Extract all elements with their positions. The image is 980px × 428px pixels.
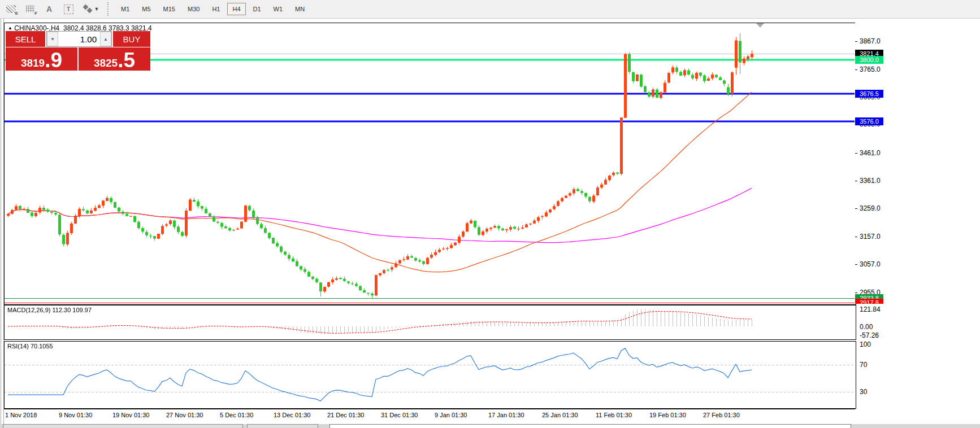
timeframe-button-m15[interactable]: M15 bbox=[158, 3, 180, 15]
sub-f: F bbox=[34, 11, 37, 16]
date-label: 25 Jan 01:30 bbox=[542, 412, 578, 418]
rsi-axis-label: 30 bbox=[860, 388, 867, 396]
date-label: 1 Nov 2018 bbox=[5, 412, 37, 418]
one-click-trade-widget: SELL ▼ ▲ BUY 3819 .9 3825 .5 bbox=[6, 31, 150, 71]
macd-canvas[interactable] bbox=[5, 305, 855, 338]
grid-glyph bbox=[26, 6, 34, 12]
sell-price[interactable]: 3819 .9 bbox=[6, 47, 79, 71]
chart-tab[interactable] bbox=[247, 424, 318, 428]
date-label: 9 Nov 01:30 bbox=[59, 412, 92, 418]
time-axis[interactable]: 1 Nov 20189 Nov 01:3019 Nov 01:3027 Nov … bbox=[4, 409, 855, 424]
timeframe-button-m1[interactable]: M1 bbox=[116, 3, 135, 15]
indicator-axes: 121.840.00-57.261007030 bbox=[855, 0, 980, 428]
scrollbar-thumb[interactable] bbox=[329, 424, 851, 428]
volume-spinner: ▼ ▲ bbox=[46, 31, 112, 47]
toolbar-separator bbox=[107, 2, 111, 16]
text-box-icon[interactable]: T bbox=[60, 2, 77, 16]
macd-label: MACD(12,26,9) 112.30 109.97 bbox=[7, 307, 92, 313]
macd-axis-label: 121.84 bbox=[860, 305, 881, 313]
sell-price-main: 3819 bbox=[21, 57, 45, 69]
date-label: 11 Feb 01:30 bbox=[596, 412, 632, 418]
date-label: 13 Dec 01:30 bbox=[274, 412, 310, 418]
timeframe-button-m30[interactable]: M30 bbox=[183, 3, 205, 15]
trading-app: E F A T ▼ M1M5M15M30H1H4D1W1MN ▲ CHINA30… bbox=[0, 0, 980, 428]
rsi-label: RSI(14) 70.1055 bbox=[7, 343, 53, 350]
collapse-triangle-icon[interactable]: ▲ bbox=[8, 25, 12, 30]
buy-price-pips: .5 bbox=[118, 51, 135, 69]
timeframe-button-h4[interactable]: H4 bbox=[227, 3, 245, 15]
timeframe-button-h1[interactable]: H1 bbox=[207, 3, 225, 15]
buy-price[interactable]: 3825 .5 bbox=[79, 47, 150, 71]
price-badge: 3800.0 bbox=[855, 56, 883, 64]
price-badge: 3576.0 bbox=[855, 117, 883, 125]
volume-increase-button[interactable]: ▲ bbox=[100, 32, 111, 46]
date-label: 5 Dec 01:30 bbox=[220, 412, 253, 418]
date-label: 21 Dec 01:30 bbox=[327, 412, 364, 418]
volume-decrease-button[interactable]: ▼ bbox=[47, 32, 58, 46]
macd-axis-label: -57.26 bbox=[860, 331, 879, 339]
price-badge: 3676.5 bbox=[855, 90, 883, 98]
date-label: 19 Nov 01:30 bbox=[112, 412, 149, 418]
rsi-axis-label: 100 bbox=[860, 340, 871, 348]
rsi-canvas[interactable] bbox=[5, 342, 855, 407]
timeframe-button-w1[interactable]: W1 bbox=[268, 3, 288, 15]
date-label: 27 Feb 01:30 bbox=[703, 412, 740, 418]
timeframe-button-mn[interactable]: MN bbox=[290, 3, 310, 15]
sell-button[interactable]: SELL bbox=[6, 31, 46, 47]
chart-tab[interactable] bbox=[3, 424, 243, 428]
rsi-pane: RSI(14) 70.1055 bbox=[4, 341, 856, 409]
sell-price-pips: .9 bbox=[45, 51, 62, 69]
timeframe-group: M1M5M15M30H1H4D1W1MN bbox=[115, 3, 311, 15]
date-label: 19 Feb 01:30 bbox=[649, 412, 686, 418]
price-badge: 2917.8 bbox=[855, 299, 883, 304]
fibonacci-grid-icon[interactable]: F bbox=[21, 2, 38, 16]
sub-e: E bbox=[15, 11, 18, 16]
buy-button[interactable]: BUY bbox=[112, 31, 150, 47]
arrows-icon[interactable]: ▼ bbox=[79, 2, 102, 16]
date-label: 9 Jan 01:30 bbox=[435, 412, 467, 418]
line-studies-icon[interactable]: E bbox=[2, 2, 19, 16]
timeframe-button-d1[interactable]: D1 bbox=[248, 3, 266, 15]
date-label: 31 Dec 01:30 bbox=[381, 412, 418, 418]
volume-input[interactable] bbox=[58, 32, 100, 46]
macd-pane: MACD(12,26,9) 112.30 109.97 bbox=[4, 305, 856, 340]
chevron-down-icon: ▼ bbox=[94, 6, 99, 12]
date-label: 17 Jan 01:30 bbox=[488, 412, 524, 418]
rsi-axis-label: 70 bbox=[860, 361, 867, 369]
toolbar: E F A T ▼ M1M5M15M30H1H4D1W1MN bbox=[0, 0, 980, 19]
boxed-t-glyph: T bbox=[64, 5, 73, 14]
buy-price-main: 3825 bbox=[94, 57, 118, 69]
letter-a-glyph: A bbox=[46, 5, 52, 14]
timeframe-button-m5[interactable]: M5 bbox=[137, 3, 155, 15]
text-label-icon[interactable]: A bbox=[41, 2, 58, 16]
hatch-glyph bbox=[6, 5, 16, 13]
date-label: 27 Nov 01:30 bbox=[166, 412, 203, 418]
bottom-bar bbox=[0, 424, 980, 428]
main-chart-pane: ▲ CHINA300-,H4 3802.4 3828.6 3783.3 3821… bbox=[4, 23, 856, 305]
diamond-glyph bbox=[87, 8, 93, 14]
chart-shift-marker[interactable] bbox=[756, 23, 764, 28]
macd-axis-label: 0.00 bbox=[860, 323, 873, 331]
